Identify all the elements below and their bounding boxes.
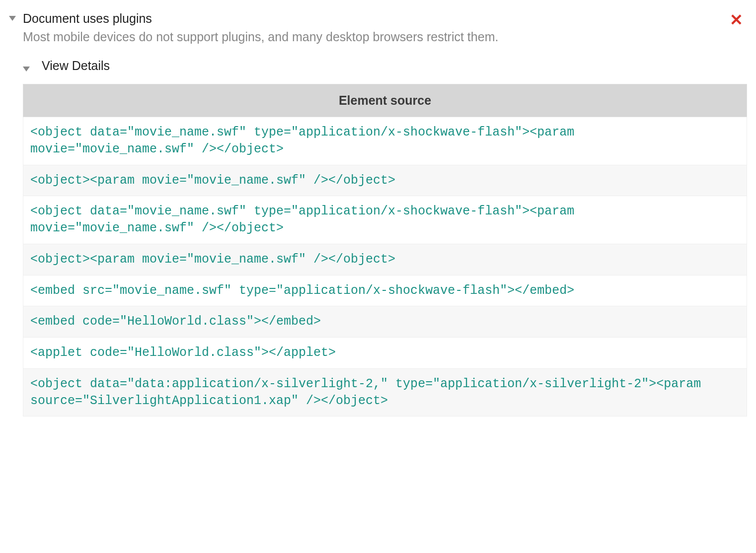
- audit-title-block: Document uses plugins Most mobile device…: [23, 10, 747, 46]
- details-table: Element source <object data="movie_name.…: [23, 84, 747, 416]
- table-row: <object data="movie_name.swf" type="appl…: [23, 196, 747, 244]
- audit-item: Document uses plugins Most mobile device…: [9, 10, 747, 416]
- element-source: <object data="movie_name.swf" type="appl…: [30, 124, 740, 158]
- chevron-down-icon: [9, 16, 16, 21]
- element-source: <object><param movie="movie_name.swf" />…: [30, 172, 740, 189]
- table-header: Element source: [23, 84, 747, 117]
- table-row: <object><param movie="movie_name.swf" />…: [23, 165, 747, 196]
- chevron-down-icon: [23, 67, 30, 71]
- table-row: <object><param movie="movie_name.swf" />…: [23, 244, 747, 275]
- details-toggle[interactable]: View Details: [23, 59, 747, 73]
- details-label: View Details: [42, 59, 110, 73]
- details-section: View Details Element source <object data…: [23, 59, 747, 416]
- element-source: <object data="data:application/x-silverl…: [30, 376, 740, 410]
- element-source: <embed code="HelloWorld.class"></embed>: [30, 313, 740, 330]
- fail-icon[interactable]: ✕: [730, 12, 743, 28]
- element-source: <embed src="movie_name.swf" type="applic…: [30, 282, 740, 299]
- element-source: <object><param movie="movie_name.swf" />…: [30, 251, 740, 268]
- audit-title: Document uses plugins: [23, 10, 747, 27]
- details-table-wrap: Element source <object data="movie_name.…: [23, 84, 747, 416]
- audit-description: Most mobile devices do not support plugi…: [23, 28, 747, 46]
- table-row: <embed src="movie_name.swf" type="applic…: [23, 275, 747, 306]
- element-source: <object data="movie_name.swf" type="appl…: [30, 203, 740, 237]
- audit-toggle[interactable]: Document uses plugins Most mobile device…: [9, 10, 747, 46]
- table-row: <applet code="HelloWorld.class"></applet…: [23, 338, 747, 369]
- table-row: <object data="movie_name.swf" type="appl…: [23, 117, 747, 165]
- table-row: <embed code="HelloWorld.class"></embed>: [23, 306, 747, 338]
- element-source: <applet code="HelloWorld.class"></applet…: [30, 345, 740, 361]
- table-row: <object data="data:application/x-silverl…: [23, 368, 747, 416]
